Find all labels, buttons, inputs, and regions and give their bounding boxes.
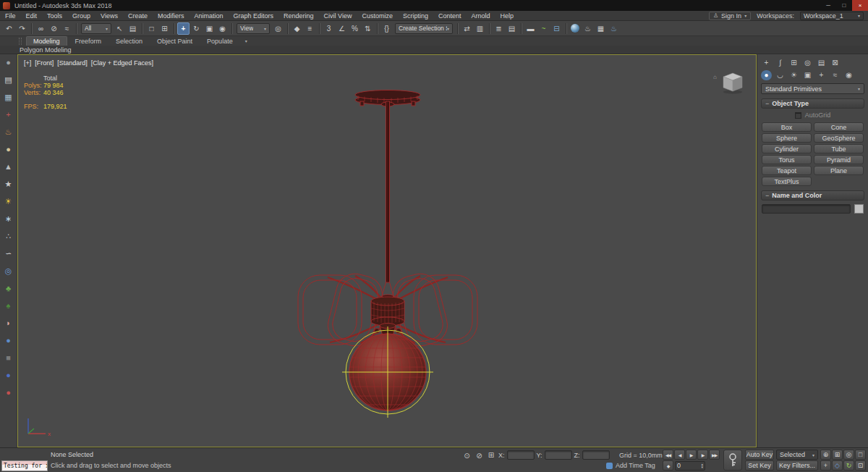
menu-modifiers[interactable]: Modifiers [153, 11, 190, 20]
select-object-icon[interactable]: ↖ [114, 22, 126, 35]
earth-icon[interactable]: ● [3, 335, 14, 346]
set-key-button[interactable]: Set Key [745, 460, 774, 471]
key-filters-button[interactable]: Key Filters... [776, 460, 818, 471]
menu-civil-view[interactable]: Civil View [319, 11, 357, 20]
geosphere-button[interactable]: GeoSphere [814, 133, 864, 143]
menu-help[interactable]: Help [495, 11, 519, 20]
menu-tools[interactable]: Tools [42, 11, 67, 20]
mirror-icon[interactable]: ⇄ [461, 22, 473, 35]
align-icon[interactable]: ▥ [474, 22, 486, 35]
object-color-swatch[interactable] [854, 204, 864, 214]
go-to-start-icon[interactable]: ◀◀ [663, 450, 673, 460]
tab-freeform[interactable]: Freeform [69, 36, 109, 46]
viewport-shading-menu[interactable]: [Clay + Edged Faces] [91, 59, 153, 67]
box-button[interactable]: Box [762, 122, 812, 132]
curve-editor-icon[interactable]: ~ [537, 22, 550, 35]
systems-category-icon[interactable]: ◉ [843, 70, 854, 80]
menu-file[interactable]: File [0, 11, 21, 20]
window-crossing-icon[interactable]: ⊞ [158, 22, 171, 35]
reference-coordinate-dropdown[interactable]: View▾ [237, 23, 270, 34]
tube-button[interactable]: Tube [814, 144, 864, 153]
scene-explorer-icon[interactable]: ≣ [493, 22, 505, 35]
frame-spinner[interactable]: ▴▾ [701, 463, 703, 468]
pendant-lamp-model[interactable] [18, 55, 757, 447]
cylinder-button[interactable]: Cylinder [762, 144, 812, 153]
add-time-tag-button[interactable]: Add Time Tag [606, 462, 655, 469]
selection-lock-icon[interactable]: ⊘ [474, 450, 485, 460]
marble-icon[interactable]: ● [3, 370, 14, 381]
angle-snap-icon[interactable]: ∠ [336, 22, 348, 35]
bind-to-space-warp-icon[interactable]: ≈ [61, 22, 73, 35]
menu-create[interactable]: Create [123, 11, 153, 20]
zoom-all-icon[interactable]: ⊞ [832, 450, 843, 460]
selection-set-dropdown[interactable]: Selected ▾ [776, 450, 818, 460]
ribbon-options-icon[interactable]: ▾ [245, 38, 247, 43]
rendered-frame-window-icon[interactable]: ▦ [595, 22, 607, 35]
tab-selection[interactable]: Selection [109, 36, 149, 46]
isolate-selection-icon[interactable]: ⊙ [461, 450, 472, 460]
material-editor-icon[interactable] [571, 24, 579, 33]
unlink-selection-icon[interactable]: ⊘ [48, 22, 60, 35]
zoom-extents-icon[interactable]: ◎ [843, 450, 854, 460]
absolute-mode-icon[interactable]: ⊞ [486, 451, 496, 459]
ribbon-drag-handle[interactable] [19, 38, 22, 45]
use-pivot-center-icon[interactable]: ◎ [272, 22, 284, 35]
tree-icon[interactable]: ♠ [3, 300, 14, 311]
viewport[interactable]: [+][Front][Standard][Clay + Edged Faces]… [17, 54, 757, 447]
rollout-object-type[interactable]: − Object Type [761, 98, 864, 109]
modify-tab-icon[interactable]: ∫ [775, 58, 786, 68]
x-coordinate-field[interactable] [507, 450, 535, 460]
helpers-category-icon[interactable]: + [816, 70, 827, 80]
teapot-button[interactable]: Teapot [762, 166, 812, 175]
set-keys-button[interactable] [723, 450, 742, 471]
utilities-tab-icon[interactable]: ⊠ [830, 58, 841, 68]
select-and-scale-icon[interactable]: ▣ [203, 22, 216, 35]
edit-named-selections-icon[interactable]: {} [380, 22, 393, 35]
torus-button[interactable]: Torus [762, 155, 812, 164]
shell-icon[interactable]: ◗ [3, 318, 14, 329]
menu-graph-editors[interactable]: Graph Editors [228, 11, 278, 20]
grid-snap-icon[interactable]: ▦ [3, 92, 14, 103]
select-and-move-icon[interactable]: + [177, 22, 190, 35]
teapot-icon[interactable]: ♨ [3, 127, 14, 138]
render-production-icon[interactable]: ♨ [608, 22, 620, 35]
lights-category-icon[interactable]: ☀ [788, 70, 799, 80]
key-mode-toggle-icon[interactable]: ◆ [663, 460, 673, 471]
zoom-icon[interactable]: ⊕ [820, 450, 831, 460]
menu-customize[interactable]: Customize [357, 11, 398, 20]
ribbon-toggle-icon[interactable]: ▬ [524, 22, 537, 35]
y-coordinate-field[interactable] [545, 450, 572, 460]
autogrid-checkbox[interactable] [795, 112, 801, 119]
viewport-standard-menu[interactable]: [Standard] [57, 59, 88, 67]
select-and-rotate-icon[interactable]: ↻ [190, 22, 203, 35]
next-frame-icon[interactable]: ▶ [697, 450, 708, 460]
foliage-icon[interactable]: ♣ [3, 283, 14, 294]
schematic-view-icon[interactable]: ⊟ [550, 22, 563, 35]
viewcube[interactable]: ⌂ [712, 69, 746, 97]
menu-edit[interactable]: Edit [21, 11, 43, 20]
space-warps-category-icon[interactable]: ≈ [830, 70, 841, 80]
tab-populate[interactable]: Populate [200, 36, 239, 46]
bone-icon[interactable]: ∽ [3, 248, 14, 259]
redo-icon[interactable]: ↷ [16, 22, 28, 35]
select-and-manipulate-icon[interactable]: ◆ [291, 22, 303, 35]
cone-button[interactable]: Cone [814, 122, 864, 132]
selection-filter-dropdown[interactable]: All▾ [81, 23, 111, 34]
viewport-general-menu[interactable]: [+] [24, 59, 31, 67]
star-shape-icon[interactable]: ★ [3, 179, 14, 190]
workspace-dropdown[interactable]: Workspace_1 ▾ [800, 12, 864, 20]
tab-modeling[interactable]: Modeling [26, 36, 67, 46]
layer-explorer-icon[interactable]: ▤ [506, 22, 518, 35]
cone-primitive-icon[interactable]: ▲ [3, 161, 14, 172]
target-icon[interactable]: ● [3, 387, 14, 398]
axis-constraint-icon[interactable]: + [3, 109, 14, 120]
menu-group[interactable]: Group [67, 11, 95, 20]
select-and-link-icon[interactable]: ∞ [35, 22, 47, 35]
display-tab-icon[interactable]: ▤ [816, 58, 827, 68]
minimize-button[interactable]: ─ [820, 0, 836, 11]
pan-icon[interactable]: + [820, 460, 831, 471]
frame-number-field[interactable]: 0 ▴▾ [675, 461, 705, 471]
menu-content[interactable]: Content [433, 11, 467, 20]
orbit-icon[interactable]: ↻ [843, 460, 854, 471]
shapes-category-icon[interactable]: ◡ [775, 70, 786, 80]
